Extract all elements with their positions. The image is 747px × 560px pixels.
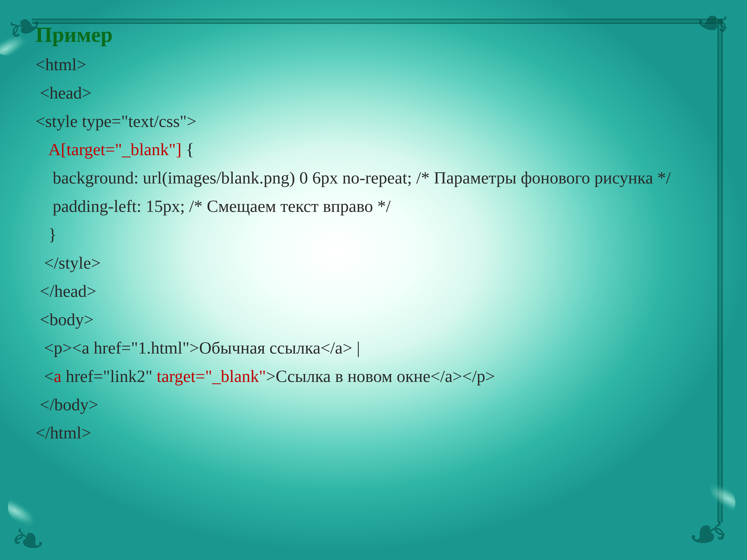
flourish-bottom-left: ❧	[8, 524, 48, 556]
flourish-bottom-right: ❧	[686, 516, 730, 552]
code-line: <head>	[35, 79, 706, 107]
css-selector: A[target="_blank"]	[35, 140, 186, 159]
code-line: </style>	[35, 249, 706, 277]
code-line: <p><a href="1.html">Обычная ссылка</a> |	[35, 334, 706, 362]
code-line: <style type="text/css">	[35, 107, 706, 135]
code-line: </head>	[35, 277, 706, 305]
html-tag-highlight: a	[54, 367, 66, 385]
slide-content: Пример <html> <head> <style type="text/c…	[35, 22, 706, 447]
code-line: padding-left: 15px; /* Смещаем текст впр…	[35, 192, 706, 220]
code-line: </html>	[35, 419, 706, 447]
code-line: }	[35, 220, 706, 249]
code-line: <a href="link2" target="_blank">Ссылка в…	[35, 362, 706, 391]
html-attr-highlight: target="_blank"	[157, 367, 266, 385]
code-line: background: url(images/blank.png) 0 6px …	[35, 164, 706, 192]
code-line: <body>	[35, 305, 706, 334]
code-line: A[target="_blank"] {	[35, 135, 706, 164]
code-line: </body>	[35, 391, 706, 419]
code-line: <html>	[35, 50, 706, 79]
frame-right-bar	[718, 19, 723, 523]
slide-title: Пример	[35, 22, 706, 47]
